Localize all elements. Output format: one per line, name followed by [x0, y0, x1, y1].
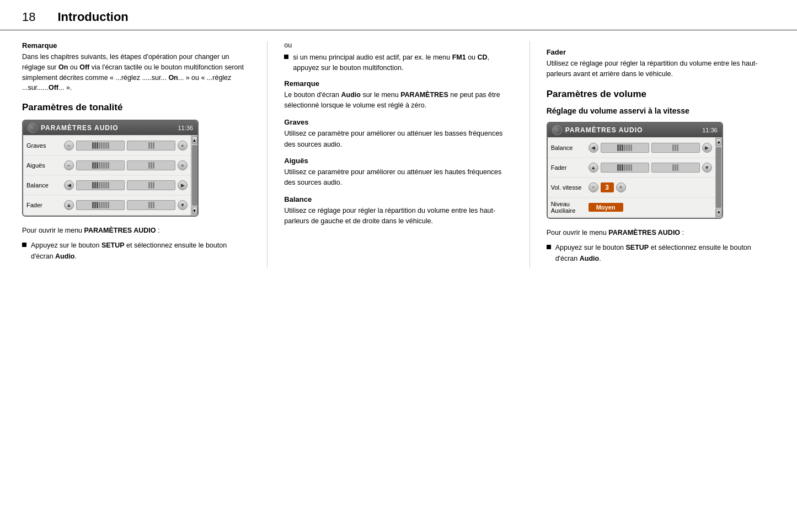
body-text-audio-1: Pour ouvrir le menu PARAMÈTRES AUDIO :: [22, 225, 250, 236]
scroll-up-btn-2[interactable]: ▲: [716, 138, 721, 146]
row-label-fader-1: Fader: [26, 202, 64, 208]
bullet-icon-1: [22, 243, 26, 247]
screen-row-fader-1: Fader ▲: [23, 196, 191, 214]
page-header: 18 Introduction: [0, 0, 797, 30]
row-label-graves: Graves: [26, 142, 64, 149]
row-label-balance-2: Balance: [551, 144, 589, 151]
vol-vitesse-value: 3: [601, 182, 614, 192]
page-container: 18 Introduction Remarque Dans les chapit…: [0, 0, 797, 278]
column-2: ou si un menu principal audio est actif,…: [268, 41, 529, 267]
text-graves: Utilisez ce paramètre pour améliorer ou …: [284, 128, 512, 150]
bullet-text-3: Appuyez sur le bouton SETUP et sélection…: [555, 243, 775, 264]
screen-header-2: PARAMÈTRES AUDIO 11:36: [548, 123, 722, 137]
note-text-1: Dans les chapitres suivants, les étapes …: [22, 52, 250, 93]
bullet-text-2: si un menu principal audio est actif, pa…: [293, 52, 512, 74]
note-text-2: Le bouton d'écran Audio sur le menu PARA…: [284, 90, 512, 111]
arrow-left-balance-2[interactable]: ◀: [589, 143, 598, 153]
scrollbar-2[interactable]: ▲ ▼: [715, 137, 722, 218]
slider-balance-1: ◀: [64, 180, 188, 190]
body-text-audio-2: Pour ouvrir le menu PARAMÈTRES AUDIO :: [547, 228, 775, 238]
screen-row-graves: Graves −: [23, 136, 191, 155]
slider-plus-vol[interactable]: +: [616, 182, 626, 192]
screen-time-1: 11:36: [178, 125, 193, 131]
screen-row-niveau-aux: Niveau Auxiliaire Moyen: [548, 198, 715, 217]
slider-minus-graves[interactable]: −: [64, 141, 74, 151]
arrow-right-balance-2[interactable]: ▶: [702, 143, 712, 153]
column-3: Fader Utilisez ce réglage pour régler la…: [530, 41, 775, 267]
page-number: 18: [22, 10, 35, 24]
bullet-text-1: Appuyez sur le bouton SETUP et sélection…: [31, 240, 250, 262]
content-area: Remarque Dans les chapitres suivants, le…: [0, 30, 797, 278]
scroll-down-btn-2[interactable]: ▼: [716, 209, 721, 217]
arrow-left-balance-1[interactable]: ◀: [64, 180, 74, 190]
screen-header-1: PARAMÈTRES AUDIO 11:36: [23, 121, 197, 135]
slider-plus-aigues[interactable]: +: [178, 160, 188, 170]
screen-tonalite: PARAMÈTRES AUDIO 11:36 Graves −: [22, 120, 199, 217]
sub-heading-aigues: Aiguës: [284, 157, 512, 165]
page-title: Introduction: [57, 10, 128, 24]
section-heading-tonalite: Paramètres de tonalité: [22, 102, 250, 113]
slider-fader-2: ▲: [589, 163, 712, 173]
slider-minus-vol[interactable]: −: [589, 182, 598, 192]
slider-vol-vitesse: − 3 +: [589, 182, 712, 192]
screen-row-aigues: Aiguës −: [23, 156, 191, 175]
slider-graves: −: [64, 141, 188, 151]
slider-track-balance-2: [601, 143, 649, 153]
slider-plus-graves[interactable]: +: [178, 141, 188, 151]
scroll-thumb-2[interactable]: [716, 147, 721, 208]
ou-text: ou: [284, 41, 512, 49]
moyen-value: Moyen: [589, 203, 623, 212]
screen-rows-2: Balance ◀: [548, 137, 715, 218]
note-remarque-2: Remarque Le bouton d'écran Audio sur le …: [284, 79, 512, 111]
bullet-setup-1: Appuyez sur le bouton SETUP et sélection…: [22, 240, 250, 262]
slider-track-fader-1b: [127, 200, 175, 210]
slider-aigues: −: [64, 160, 188, 170]
screen-body-1: Graves −: [23, 135, 197, 216]
row-label-aigues: Aiguës: [26, 162, 64, 169]
screen-time-2: 11:36: [702, 127, 718, 133]
section-heading-volume: Paramètres de volume: [547, 89, 775, 100]
slider-track-fader-2: [601, 163, 649, 173]
note-title-1: Remarque: [22, 41, 250, 50]
arrow-right-balance-1[interactable]: ▶: [178, 180, 188, 190]
sub-heading-vitesse: Réglage du volume asservi à la vitesse: [547, 106, 775, 115]
slider-track-balance-1b: [127, 180, 175, 190]
screen-row-balance-1: Balance ◀: [23, 176, 191, 195]
sub-heading-balance: Balance: [284, 195, 512, 203]
bullet-menu-audio: si un menu principal audio est actif, pa…: [284, 52, 512, 74]
slider-niveau-aux: Moyen: [589, 203, 712, 212]
screen-row-balance-2: Balance ◀: [548, 138, 715, 157]
slider-track-graves-2: [127, 141, 175, 151]
slider-track-aigues: [76, 160, 125, 170]
text-fader: Utilisez ce réglage pour régler la répar…: [547, 58, 775, 80]
arrow-down-fader-2[interactable]: ▼: [702, 163, 712, 173]
screen-row-vol-vitesse: Vol. vitesse − 3 +: [548, 178, 715, 197]
note-title-2: Remarque: [284, 79, 512, 88]
screen-row-fader-2: Fader ▲: [548, 158, 715, 177]
scroll-up-btn-1[interactable]: ▲: [192, 136, 197, 144]
arrow-down-fader-1[interactable]: ▼: [178, 200, 188, 210]
text-balance: Utilisez ce réglage pour régler la répar…: [284, 206, 512, 227]
bullet-icon-3: [547, 245, 551, 249]
screen-title-1: PARAMÈTRES AUDIO: [41, 124, 178, 132]
screen-icon-1: [28, 123, 38, 133]
slider-track-graves: [76, 141, 125, 151]
slider-track-balance-2b: [651, 143, 700, 153]
row-label-niveau-aux: Niveau Auxiliaire: [551, 201, 589, 214]
column-1: Remarque Dans les chapitres suivants, le…: [22, 41, 268, 267]
slider-fader-1: ▲: [64, 200, 188, 210]
scroll-down-btn-1[interactable]: ▼: [192, 207, 197, 214]
screen-body-2: Balance ◀: [548, 137, 722, 218]
bullet-icon-2: [284, 55, 288, 59]
slider-balance-2: ◀: [589, 143, 712, 153]
scrollbar-1[interactable]: ▲ ▼: [191, 135, 197, 216]
arrow-up-fader-2[interactable]: ▲: [589, 163, 598, 173]
scroll-thumb-1[interactable]: [192, 145, 197, 206]
row-label-vol-vitesse: Vol. vitesse: [551, 184, 589, 191]
text-aigues: Utilisez ce paramètre pour améliorer ou …: [284, 167, 512, 189]
sub-heading-fader: Fader: [547, 48, 775, 56]
arrow-up-fader-1[interactable]: ▲: [64, 200, 74, 210]
screen-title-2: PARAMÈTRES AUDIO: [565, 126, 702, 134]
screen-icon-2: [552, 125, 562, 135]
slider-minus-aigues[interactable]: −: [64, 160, 74, 170]
